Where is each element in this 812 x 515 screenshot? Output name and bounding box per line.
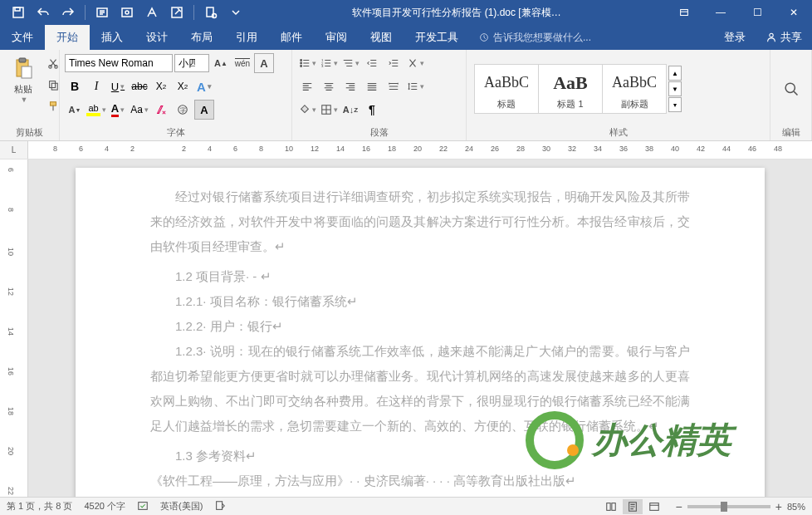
align-right-icon[interactable] [340,76,360,96]
strikethrough-icon[interactable]: abc [130,76,149,96]
decrease-indent-icon[interactable] [362,53,382,73]
horizontal-ruler[interactable]: 8642246810121416182022242628303234363840… [28,141,812,159]
tab-references[interactable]: 引用 [224,25,269,50]
tab-layout[interactable]: 布局 [179,25,224,50]
close-icon[interactable]: ✕ [775,0,812,25]
svg-point-23 [300,66,301,67]
highlight-icon[interactable]: ab▾ [86,100,106,120]
font-name-select[interactable] [65,54,173,72]
view-read-mode-icon[interactable] [601,499,621,514]
zoom-out-icon[interactable]: − [676,500,682,513]
login-button[interactable]: 登录 [714,30,756,45]
tell-me-search[interactable]: 告诉我您想要做什么... [470,25,599,50]
doc-paragraph[interactable]: 1.2.1· 项目名称：银行储蓄系统↵ [150,289,690,314]
gallery-more-icon[interactable]: ▾ [668,97,682,112]
status-wordcount[interactable]: 4520 个字 [84,500,125,513]
qat-btn-4[interactable] [90,1,114,24]
gallery-up-icon[interactable]: ▲ [668,66,682,81]
gallery-down-icon[interactable]: ▼ [668,81,682,96]
tab-developer[interactable]: 开发工具 [404,25,470,50]
font-group-label: 字体 [65,125,286,139]
tab-mailings[interactable]: 邮件 [269,25,314,50]
clear-formatting-icon[interactable] [151,100,171,120]
tab-view[interactable]: 视图 [359,25,404,50]
borders-icon[interactable]: ▾ [319,100,339,120]
font-size-select[interactable] [174,54,209,72]
numbering-icon[interactable]: 123▾ [319,53,339,73]
doc-paragraph[interactable]: 1.2.3· 说明：现在的银行储蓄系统工作效率低，越来越不能满足广大储户的需要。… [150,339,690,439]
asian-layout-icon[interactable]: ▾ [405,53,425,73]
tab-file[interactable]: 文件 [0,25,45,50]
shading-icon[interactable]: ▾ [297,100,317,120]
maximize-icon[interactable]: ☐ [739,0,775,25]
minimize-icon[interactable]: — [702,0,739,25]
font-color-icon[interactable]: A▾ [108,100,128,120]
status-proofing-icon[interactable] [137,500,149,513]
doc-paragraph[interactable]: 《软件工程——原理，方法与应用》· · 史济民编著· · · · 高等教育出版社… [150,468,690,493]
superscript-icon[interactable]: X2 [173,76,193,96]
change-case-icon[interactable]: Aa▾ [130,100,149,120]
tab-design[interactable]: 设计 [135,25,179,50]
line-spacing-icon[interactable]: ▾ [405,76,425,96]
align-left-icon[interactable] [297,76,317,96]
find-button[interactable] [778,79,805,99]
style-subtitle[interactable]: AaBbC 副标题 [602,64,667,114]
sort-icon[interactable]: A↓Z [340,100,360,120]
distributed-icon[interactable] [384,76,404,96]
qat-btn-6[interactable] [140,1,164,24]
tab-insert[interactable]: 插入 [90,25,135,50]
tab-home[interactable]: 开始 [45,25,90,50]
italic-icon[interactable]: I [86,76,106,96]
justify-icon[interactable] [362,76,382,96]
qat-btn-7[interactable] [165,1,188,24]
doc-heading[interactable]: 1.3 参考资料↵ [150,444,690,468]
bullets-icon[interactable]: ▾ [297,53,317,73]
style-heading1[interactable]: AaB 标题 1 [538,64,603,114]
document-viewport[interactable]: 经过对银行储蓄系统项目进行详细调查研究，初步拟定系统实现报告，明确开发风险及其所… [28,159,812,515]
tab-review[interactable]: 审阅 [314,25,359,50]
multilevel-list-icon[interactable]: ▾ [340,53,360,73]
status-track-changes-icon[interactable] [214,500,226,513]
paste-button[interactable]: 粘贴 ▼ [5,53,42,105]
zoom-in-icon[interactable]: + [775,500,782,513]
qat-more-icon[interactable] [224,1,247,24]
svg-rect-30 [217,501,223,509]
underline-icon[interactable]: U▾ [108,76,128,96]
bold-icon[interactable]: B [65,76,85,96]
doc-paragraph[interactable]: 经过对银行储蓄系统项目进行详细调查研究，初步拟定系统实现报告，明确开发风险及其所… [150,184,690,259]
style-title[interactable]: AaBbC 标题 [474,64,539,114]
zoom-level[interactable]: 85% [787,502,805,512]
increase-indent-icon[interactable] [384,53,404,73]
print-preview-icon[interactable] [199,1,223,24]
share-button[interactable]: 共享 [756,30,812,45]
svg-point-28 [785,83,795,92]
grow-font-icon[interactable]: A▲ [211,53,231,73]
doc-heading[interactable]: 1.2 项目背景· - ↵ [150,264,690,289]
view-web-layout-icon[interactable] [644,499,664,514]
shrink-font-icon[interactable]: A▼ [65,100,85,120]
show-marks-icon[interactable]: ¶ [362,100,382,120]
svg-text:3: 3 [320,64,323,68]
ribbon-display-icon[interactable] [666,0,702,25]
vertical-ruler[interactable]: 6810121416182022 [0,159,28,515]
view-print-layout-icon[interactable] [623,499,643,514]
paste-icon [10,55,37,81]
character-border-icon[interactable]: A [254,53,274,73]
style-label: 标题 1 [557,98,583,110]
status-page[interactable]: 第 1 页，共 8 页 [7,500,72,513]
editing-group-label: 编辑 [775,125,806,139]
subscript-icon[interactable]: X2 [151,76,171,96]
text-effects-icon[interactable]: A▾ [194,76,214,96]
undo-icon[interactable] [32,1,55,24]
tab-selector[interactable]: L [0,141,28,159]
enclose-characters-icon[interactable]: 字 [173,100,193,120]
zoom-slider[interactable] [687,505,770,508]
status-language[interactable]: 英语(美国) [160,500,203,513]
phonetic-guide-icon[interactable]: wén [232,53,252,73]
redo-icon[interactable] [56,1,80,24]
doc-paragraph[interactable]: 1.2.2· 用户：银行↵ [150,314,690,339]
align-center-icon[interactable] [319,76,339,96]
save-icon[interactable] [7,1,30,24]
qat-btn-5[interactable] [115,1,139,24]
character-shading-icon[interactable]: A [194,100,214,120]
